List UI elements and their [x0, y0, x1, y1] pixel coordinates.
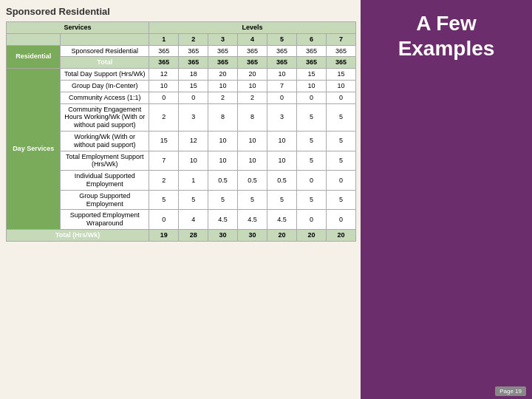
- col-section: [7, 33, 61, 45]
- page-number: Page 19: [495, 386, 526, 396]
- total-row-bottom: Total (Hrs/Wk) 19 28 30 30 20 20 20: [7, 229, 356, 241]
- table-section: Sponsored Residential Services Levels 1 …: [0, 0, 361, 399]
- col-level-4: 4: [238, 33, 267, 45]
- service-name: Total Day Support (Hrs/Wk): [61, 69, 149, 81]
- service-name: Community Engagement Hours Working/Wk (W…: [61, 103, 149, 131]
- right-panel: A Few Examples: [361, 0, 532, 399]
- levels-header: Levels: [149, 22, 356, 34]
- service-name: Sponsored Residential: [61, 45, 149, 57]
- examples-line1: A Few: [416, 12, 476, 35]
- section-day: Day Services: [7, 69, 61, 230]
- service-name: Working/Wk (With or without paid support…: [61, 131, 149, 151]
- col-level-2: 2: [179, 33, 208, 45]
- examples-line2: Examples: [398, 37, 495, 60]
- page-title: Sponsored Residential: [6, 6, 356, 17]
- bottom-total-label: Total (Hrs/Wk): [7, 229, 149, 241]
- col-level-5: 5: [267, 33, 297, 45]
- service-name: Community Access (1:1): [61, 92, 149, 103]
- service-name: Supported Employment Wraparound: [61, 210, 149, 230]
- service-name: Total Employment Support (Hrs/Wk): [61, 151, 149, 171]
- main-table: Services Levels 1 2 3 4 5 6 7: [6, 21, 356, 242]
- services-header: Services: [7, 22, 149, 34]
- col-level-6: 6: [297, 33, 327, 45]
- examples-title: A Few Examples: [398, 11, 495, 61]
- total-label: Total: [61, 57, 149, 69]
- col-level-3: 3: [208, 33, 238, 45]
- main-container: Sponsored Residential Services Levels 1 …: [0, 0, 532, 399]
- col-service: [61, 33, 149, 45]
- service-name: Group Supported Employment: [61, 190, 149, 210]
- col-level-1: 1: [149, 33, 179, 45]
- service-name: Group Day (In-Center): [61, 80, 149, 92]
- table-row: Residential Sponsored Residential 365 36…: [7, 45, 356, 57]
- col-level-7: 7: [327, 33, 356, 45]
- table-row: Day Services Total Day Support (Hrs/Wk) …: [7, 69, 356, 81]
- service-name: Individual Supported Employment: [61, 171, 149, 191]
- section-residential: Residential: [7, 45, 61, 69]
